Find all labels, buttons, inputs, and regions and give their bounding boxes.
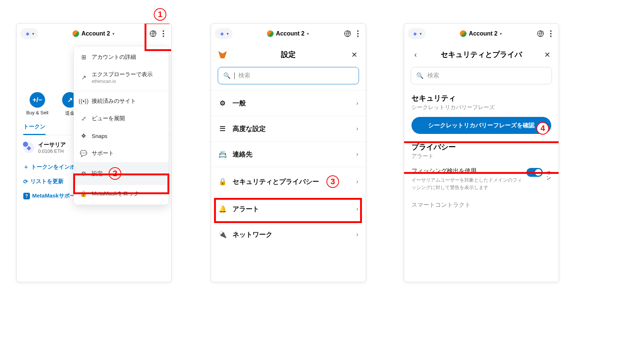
svg-point-1 <box>154 31 156 33</box>
settings-item-network[interactable]: 🔌 ネットワーク › <box>211 222 366 247</box>
globe-icon[interactable] <box>149 30 157 38</box>
token-amount: 0.0106 ETH <box>38 148 66 154</box>
menu-lock[interactable]: 🔒 MetaMaskをロック <box>74 185 169 202</box>
more-menu-icon[interactable] <box>159 30 167 38</box>
chevron-right-icon: › <box>356 231 358 238</box>
step-1-badge: 1 <box>154 8 166 21</box>
menu-snaps[interactable]: ❖ Snaps <box>74 127 169 145</box>
chevron-right-icon: › <box>356 206 358 212</box>
step-4-badge: 4 <box>536 122 549 135</box>
account-avatar <box>460 30 467 37</box>
more-menu-dropdown: ⊞ アカウントの詳細 ↗ エクスプローラーで表示 etherscan.io ((… <box>74 46 169 205</box>
menu-connected-sites[interactable]: ((•)) 接続済みのサイト <box>74 92 169 110</box>
account-name[interactable]: Account 2 <box>469 30 497 37</box>
search-input[interactable]: 🔍 検索 <box>411 67 552 84</box>
svg-point-3 <box>348 31 350 33</box>
svg-point-7 <box>541 31 543 33</box>
expand-icon: ⤢ <box>80 115 87 122</box>
sliders-icon: ☰ <box>218 125 227 133</box>
step-3-badge: 3 <box>326 175 339 188</box>
snaps-icon: ❖ <box>80 132 87 139</box>
more-menu-icon[interactable] <box>547 30 555 38</box>
panel-security-privacy: ◆ ▾ Account 2 ▾ ‹ セキュリティとプライバ ✕ 🔍 検索 セキュ… <box>404 23 559 282</box>
token-name: イーサリア <box>38 141 66 148</box>
account-avatar <box>72 30 79 37</box>
menu-support[interactable]: 💬 サポート <box>74 145 169 162</box>
search-icon: 🔍 <box>223 72 231 79</box>
ethereum-icon: ◆ <box>24 30 31 37</box>
settings-item-general[interactable]: ⚙ 一般 › <box>211 90 366 116</box>
connection-icon: ((•)) <box>80 98 87 105</box>
account-name[interactable]: Account 2 <box>81 30 110 37</box>
ethereum-icon: ◆ <box>23 142 34 153</box>
globe-icon[interactable] <box>536 30 545 38</box>
panel-main: ◆ ▾ Account 2 ▾ ( 0. +/− Buy & Sell ↗ 送金… <box>16 23 172 282</box>
security-heading: セキュリティ <box>404 90 559 104</box>
account-avatar <box>267 30 274 37</box>
network-selector[interactable]: ◆ ▾ <box>20 28 38 39</box>
chevron-down-icon: ▾ <box>227 31 229 36</box>
phishing-desc: イーサリアムユーザーを対象としたドメインのフィッシングに対して警告を表示します <box>411 176 523 191</box>
app-header: ◆ ▾ Account 2 ▾ <box>404 24 559 44</box>
step-2-badge: 2 <box>109 167 121 180</box>
chevron-right-icon: › <box>356 100 358 107</box>
chevron-down-icon: ▾ <box>420 31 422 36</box>
app-header: ◆ ▾ Account 2 ▾ <box>211 24 366 44</box>
settings-item-security[interactable]: 🔒 セキュリティとプライバシー 3 › <box>211 167 366 196</box>
phishing-detection-row: フィッシング検出を使用 イーサリアムユーザーを対象としたドメインのフィッシングに… <box>404 164 559 194</box>
tab-tokens[interactable]: トークン <box>23 123 45 135</box>
settings-item-advanced[interactable]: ☰ 高度な設定 › <box>211 116 366 141</box>
globe-icon[interactable] <box>343 30 352 38</box>
app-header: ◆ ▾ Account 2 ▾ <box>17 24 171 44</box>
refresh-icon: ⟳ <box>23 178 28 185</box>
lock-icon: 🔒 <box>80 190 87 197</box>
toggle-on-label: オン <box>546 167 551 178</box>
back-icon[interactable]: ‹ <box>411 50 420 59</box>
network-selector[interactable]: ◆ ▾ <box>408 28 426 39</box>
plug-icon: 🔌 <box>218 230 227 239</box>
privacy-heading: プライバシー <box>404 139 559 153</box>
page-title: セキュリティとプライバ <box>424 50 539 60</box>
settings-item-contacts[interactable]: 📇 連絡先 › <box>211 141 366 167</box>
settings-header: 設定 ✕ <box>211 44 366 65</box>
lock-icon: 🔒 <box>218 178 227 186</box>
account-name[interactable]: Account 2 <box>276 30 304 37</box>
metamask-fox-icon <box>218 50 227 60</box>
menu-account-details[interactable]: ⊞ アカウントの詳細 <box>74 48 169 66</box>
close-icon[interactable]: ✕ <box>542 50 552 59</box>
external-link-icon: ↗ <box>80 74 87 81</box>
close-icon[interactable]: ✕ <box>349 50 359 59</box>
phishing-title: フィッシング検出を使用 <box>411 167 523 175</box>
smart-contract-label: スマートコントラクト <box>404 194 559 216</box>
action-buy-sell[interactable]: +/− Buy & Sell <box>23 92 51 117</box>
plus-icon: ＋ <box>23 164 29 171</box>
chat-icon: 💬 <box>80 150 87 157</box>
srp-subtitle: シークレットリカバリーフレーズ <box>404 104 559 115</box>
reveal-srp-button[interactable]: シークレットリカバリーフレーズを確認 <box>411 117 551 134</box>
chevron-down-icon[interactable]: ▾ <box>307 31 309 36</box>
plus-minus-icon: +/− <box>30 92 45 108</box>
panel-settings: ◆ ▾ Account 2 ▾ 設定 ✕ 🔍 検索 ⚙ 一般 › ☰ 高度な設定… <box>211 23 366 282</box>
settings-item-alerts[interactable]: 🔔 アラート › <box>211 196 366 222</box>
phishing-toggle[interactable] <box>526 168 543 177</box>
menu-view-explorer[interactable]: ↗ エクスプローラーで表示 etherscan.io <box>74 66 169 89</box>
chevron-down-icon[interactable]: ▾ <box>500 31 502 36</box>
search-icon: 🔍 <box>416 72 424 79</box>
chevron-down-icon[interactable]: ▾ <box>112 31 115 36</box>
more-menu-icon[interactable] <box>354 30 362 38</box>
menu-settings[interactable]: ⚙ 設定 2 <box>74 162 169 185</box>
support-icon: ? <box>23 193 30 199</box>
alerts-subtitle: アラート <box>404 153 559 164</box>
ethereum-icon: ◆ <box>411 30 418 37</box>
chevron-right-icon: › <box>356 125 358 132</box>
gear-icon: ⚙ <box>218 99 227 107</box>
chevron-right-icon: › <box>356 151 358 158</box>
bell-icon: 🔔 <box>218 205 227 213</box>
gear-icon: ⚙ <box>80 170 87 177</box>
contacts-icon: 📇 <box>218 150 227 158</box>
settings-title: 設定 <box>231 50 346 60</box>
search-input[interactable]: 🔍 検索 <box>218 67 359 84</box>
menu-expand-view[interactable]: ⤢ ビューを展開 <box>74 110 169 127</box>
chevron-right-icon: › <box>356 178 358 185</box>
network-selector[interactable]: ◆ ▾ <box>215 28 233 39</box>
